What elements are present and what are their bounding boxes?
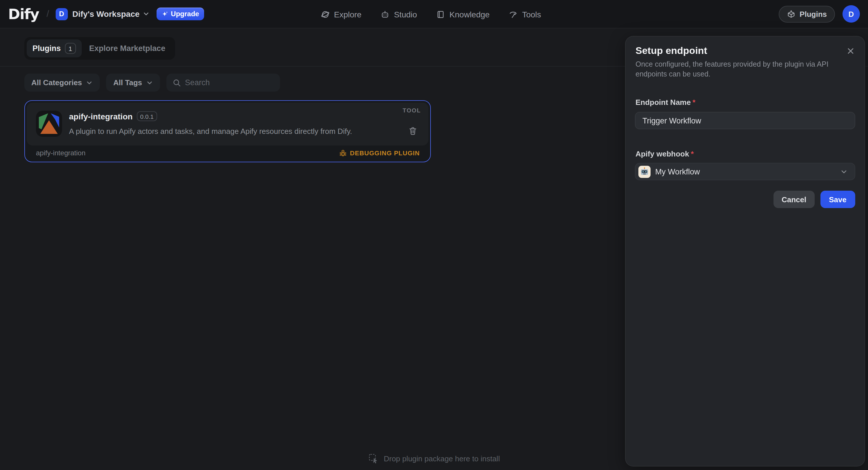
workspace-name: Dify's Workspace — [72, 9, 140, 19]
endpoint-name-label: Endpoint Name* — [636, 98, 695, 107]
plugins-header-button[interactable]: Plugins — [779, 5, 835, 22]
upgrade-button[interactable]: Upgrade — [156, 7, 204, 20]
required-marker: * — [692, 98, 695, 107]
dify-logo[interactable]: Dify — [8, 5, 39, 22]
apify-webhook-label: Apify webhook* — [636, 149, 694, 158]
close-icon[interactable] — [846, 47, 855, 55]
nav-item-tools[interactable]: Tools — [509, 9, 541, 19]
dropzone-hint: Drop plugin package here to install — [384, 454, 500, 463]
search-input[interactable]: Search — [166, 74, 280, 92]
nav-label: Tools — [522, 9, 541, 19]
nav-item-knowledge[interactable]: Knowledge — [436, 9, 490, 19]
top-header: Dify / D Dify's Workspace Upgrade Explor… — [0, 0, 868, 28]
hammer-icon — [509, 9, 518, 19]
plugins-tab-bar: Plugins 1 Explore Marketplace — [24, 37, 175, 60]
robot-icon — [381, 9, 390, 19]
nav-item-studio[interactable]: Studio — [381, 9, 417, 19]
screenshot-stage: Dify / D Dify's Workspace Upgrade Explor… — [0, 0, 868, 470]
nav-label: Knowledge — [450, 9, 490, 19]
chevron-down-icon — [142, 10, 149, 18]
header-right: Plugins D — [779, 5, 860, 23]
tags-filter-dropdown[interactable]: All Tags — [106, 74, 160, 92]
upgrade-label: Upgrade — [171, 10, 199, 18]
chevron-down-icon — [146, 79, 153, 86]
plugins-count-badge: 1 — [65, 43, 76, 54]
nav-item-explore[interactable]: Explore — [321, 9, 362, 19]
debugging-plugin-label: DEBUGGING PLUGIN — [350, 149, 420, 157]
webhook-selected-value: My Workflow — [655, 167, 700, 176]
save-button[interactable]: Save — [820, 191, 855, 208]
plugin-card-apify-integration[interactable]: TOOL apify-integration 0.0.1 A plugin to… — [24, 100, 431, 162]
plugin-name: apify-integration — [69, 111, 132, 121]
tab-plugins[interactable]: Plugins 1 — [27, 39, 82, 57]
user-avatar[interactable]: D — [842, 5, 860, 23]
tab-explore-marketplace[interactable]: Explore Marketplace — [82, 44, 173, 53]
plugin-card-body: TOOL apify-integration 0.0.1 A plugin to… — [27, 103, 429, 145]
debugging-plugin-badge: DEBUGGING PLUGIN — [339, 149, 420, 157]
main-nav: Explore Studio Knowledge Tools — [321, 0, 541, 28]
panel-description: Once configured, the features provided b… — [636, 60, 843, 80]
tab-plugins-label: Plugins — [32, 44, 61, 53]
nav-label: Studio — [394, 9, 417, 19]
plugin-version-badge: 0.0.1 — [136, 111, 157, 121]
sparkle-icon — [161, 11, 168, 17]
dify-app-window: Dify / D Dify's Workspace Upgrade Explor… — [0, 0, 868, 470]
plugin-package-id: apify-integration — [36, 149, 86, 157]
apify-webhook-select[interactable]: My Workflow — [635, 163, 855, 180]
search-placeholder: Search — [185, 78, 210, 87]
setup-endpoint-panel: Setup endpoint Once configured, the feat… — [625, 36, 865, 467]
plugin-title-row: apify-integration 0.0.1 — [69, 111, 157, 121]
breadcrumb-separator: / — [47, 9, 49, 19]
plugin-card-footer: apify-integration DEBUGGING PLUGIN — [25, 144, 430, 162]
categories-filter-label: All Categories — [31, 78, 82, 87]
bug-icon — [339, 149, 346, 157]
plugin-description: A plugin to run Apify actors and tasks, … — [69, 127, 352, 136]
workspace-avatar: D — [56, 8, 68, 20]
chevron-down-icon — [840, 168, 848, 175]
drop-package-icon — [368, 453, 379, 464]
plugin-type-badge: TOOL — [403, 107, 421, 113]
plugins-button-label: Plugins — [800, 9, 827, 18]
panel-title: Setup endpoint — [636, 45, 707, 57]
nav-label: Explore — [334, 9, 362, 19]
book-icon — [436, 9, 445, 19]
panel-actions: Cancel Save — [774, 191, 855, 208]
robot-emoji-icon — [639, 165, 651, 178]
delete-plugin-button[interactable] — [408, 126, 417, 136]
planet-icon — [321, 9, 330, 19]
apify-logo — [36, 111, 62, 137]
search-icon — [173, 78, 181, 87]
plugin-cube-icon — [787, 9, 796, 18]
tags-filter-label: All Tags — [113, 78, 142, 87]
chevron-down-icon — [86, 79, 93, 86]
workspace-selector[interactable]: D Dify's Workspace — [56, 8, 150, 20]
filter-toolbar: All Categories All Tags Search — [24, 74, 280, 92]
required-marker: * — [691, 149, 694, 158]
endpoint-name-input[interactable] — [635, 112, 855, 129]
categories-filter-dropdown[interactable]: All Categories — [24, 74, 100, 92]
cancel-button[interactable]: Cancel — [774, 191, 814, 208]
